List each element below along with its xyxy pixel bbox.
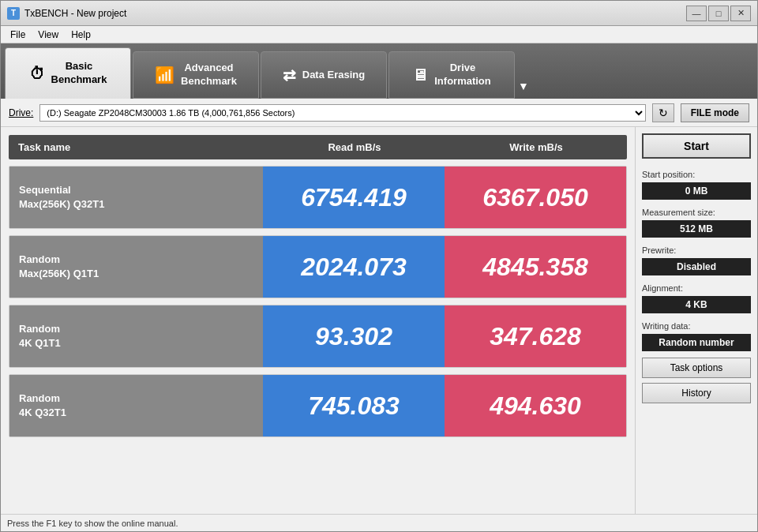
drive-information-label: DriveInformation (434, 62, 491, 88)
advanced-benchmark-label: AdvancedBenchmark (181, 62, 237, 88)
start-position-label: Start position: (642, 170, 751, 179)
basic-benchmark-label: BasicBenchmark (51, 60, 107, 87)
tab-data-erasing[interactable]: ⇄ Data Erasing (261, 51, 387, 99)
row-read-random-4k-q32t1: 745.083 (263, 375, 445, 436)
toolbar: ⏱ BasicBenchmark 📶 AdvancedBenchmark ⇄ D… (1, 43, 757, 99)
app-icon: T (7, 7, 20, 20)
row-write-sequential: 6367.050 (445, 167, 626, 228)
row-write-random-256k: 4845.358 (445, 236, 626, 298)
tab-advanced-benchmark[interactable]: 📶 AdvancedBenchmark (133, 51, 259, 99)
data-erasing-icon: ⇄ (283, 66, 296, 84)
measurement-size-label: Measurement size: (642, 208, 751, 217)
drive-information-icon: 🖥 (412, 66, 428, 84)
window-title: TxBENCH - New project (24, 8, 686, 19)
drive-label: Drive: (9, 107, 33, 118)
refresh-icon: ↻ (659, 107, 668, 119)
row-label-random-4k-q1t1: Random4K Q1T1 (9, 305, 263, 367)
prewrite-value: Disabled (642, 258, 751, 275)
row-write-random-4k-q1t1: 347.628 (445, 305, 626, 367)
drive-select[interactable]: (D:) Seagate ZP2048CM30003 1.86 TB (4,00… (39, 104, 645, 122)
writing-data-label: Writing data: (642, 321, 751, 331)
row-read-sequential: 6754.419 (263, 167, 445, 228)
status-bar: Press the F1 key to show the online manu… (1, 514, 757, 531)
benchmark-row-random-4k-q1t1: Random4K Q1T1 93.302 347.628 (9, 305, 627, 368)
basic-benchmark-icon: ⏱ (29, 65, 45, 83)
benchmark-table-header: Task name Read mB/s Write mB/s (9, 135, 627, 159)
main-content: Task name Read mB/s Write mB/s Sequentia… (1, 127, 757, 514)
header-task: Task name (9, 135, 264, 159)
menu-file[interactable]: File (4, 28, 32, 42)
start-position-value: 0 MB (642, 182, 751, 200)
header-write: Write mB/s (445, 135, 627, 159)
window-controls: — □ ✕ (686, 6, 751, 21)
close-button[interactable]: ✕ (730, 6, 751, 21)
file-mode-button[interactable]: FILE mode (681, 103, 749, 122)
title-bar: T TxBENCH - New project — □ ✕ (1, 1, 757, 26)
main-window: T TxBENCH - New project — □ ✕ File View … (0, 0, 758, 532)
data-erasing-label: Data Erasing (302, 69, 365, 82)
task-options-button[interactable]: Task options (642, 358, 751, 378)
status-text: Press the F1 key to show the online manu… (7, 519, 178, 528)
menu-bar: File View Help (1, 26, 757, 43)
alignment-value: 4 KB (642, 296, 751, 313)
row-write-random-4k-q32t1: 494.630 (445, 375, 626, 436)
benchmark-row-random-4k-q32t1: Random4K Q32T1 745.083 494.630 (9, 374, 627, 437)
measurement-size-value: 512 MB (642, 220, 751, 238)
alignment-label: Alignment: (642, 283, 751, 293)
start-button[interactable]: Start (642, 133, 751, 159)
menu-view[interactable]: View (32, 28, 65, 42)
row-label-random-4k-q32t1: Random4K Q32T1 (9, 375, 263, 436)
row-read-random-256k: 2024.073 (263, 236, 445, 298)
benchmark-area: Task name Read mB/s Write mB/s Sequentia… (1, 127, 635, 514)
benchmark-row-sequential: SequentialMax(256K) Q32T1 6754.419 6367.… (9, 166, 627, 229)
row-read-random-4k-q1t1: 93.302 (263, 305, 445, 367)
drive-refresh-button[interactable]: ↻ (652, 103, 674, 122)
right-panel: Start Start position: 0 MB Measurement s… (635, 127, 757, 514)
drive-bar: Drive: (D:) Seagate ZP2048CM30003 1.86 T… (1, 99, 757, 127)
tab-basic-benchmark[interactable]: ⏱ BasicBenchmark (5, 47, 131, 99)
header-read: Read mB/s (264, 135, 445, 159)
toolbar-more-arrow[interactable]: ▼ (518, 47, 529, 99)
advanced-benchmark-icon: 📶 (155, 66, 174, 84)
prewrite-label: Prewrite: (642, 245, 751, 255)
tab-drive-information[interactable]: 🖥 DriveInformation (388, 51, 515, 99)
writing-data-value: Random number (642, 334, 751, 351)
benchmark-row-random-256k: RandomMax(256K) Q1T1 2024.073 4845.358 (9, 235, 627, 298)
maximize-button[interactable]: □ (708, 6, 729, 21)
menu-help[interactable]: Help (65, 28, 97, 42)
row-label-sequential: SequentialMax(256K) Q32T1 (9, 167, 263, 228)
row-label-random-256k: RandomMax(256K) Q1T1 (9, 236, 263, 298)
minimize-button[interactable]: — (686, 6, 707, 21)
history-button[interactable]: History (642, 383, 751, 403)
